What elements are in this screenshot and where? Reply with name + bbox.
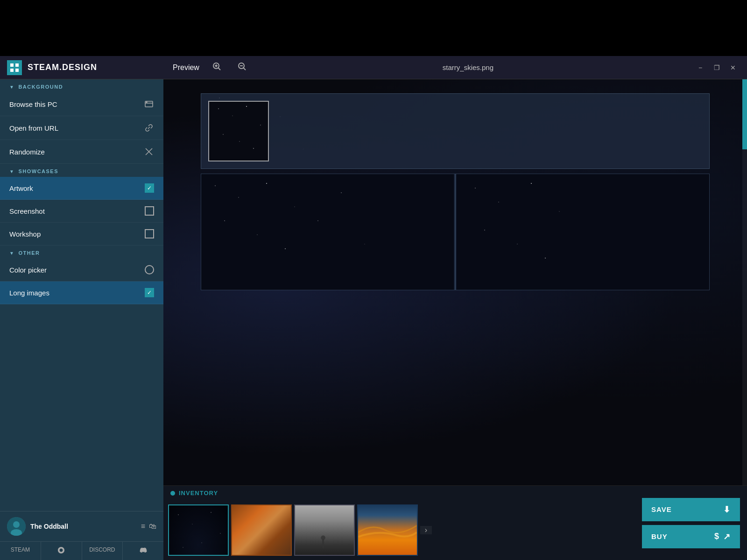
main-content: INVENTORY — [163, 79, 747, 560]
artwork-info — [274, 101, 702, 161]
svg-line-9 — [243, 68, 246, 70]
sidebar-item-color-picker[interactable]: Color picker — [0, 259, 163, 281]
steam-icon-tab[interactable] — [41, 542, 82, 560]
preview-area — [163, 79, 747, 485]
top-black-bar — [0, 0, 747, 56]
svg-point-79 — [559, 211, 559, 211]
artwork-thumb-inner — [209, 102, 268, 161]
download-icon: ⬇ — [723, 504, 731, 515]
footer-tabs: STEAM DISCORD — [0, 541, 163, 560]
color-picker-label: Color picker — [9, 266, 145, 274]
close-button[interactable]: ✕ — [726, 61, 740, 75]
buy-label: BUY — [651, 532, 668, 540]
workshop-checkbox[interactable] — [145, 229, 154, 238]
svg-rect-89 — [322, 539, 324, 548]
share-icon: ↗ — [723, 532, 731, 542]
showcase-container — [201, 93, 710, 290]
screenshot-showcase — [201, 174, 710, 290]
buy-button[interactable]: BUY $ ↗ — [642, 525, 740, 548]
app-title: STEAM.DESIGN — [28, 63, 97, 72]
svg-point-72 — [285, 248, 286, 249]
link-icon — [144, 123, 154, 133]
app-logo — [7, 60, 22, 75]
panel-stars-1 — [201, 174, 454, 290]
discord-icon-tab[interactable] — [123, 542, 163, 560]
title-bar: STEAM.DESIGN Preview starry_skies.pn — [0, 56, 747, 79]
screenshot-checkbox[interactable] — [145, 206, 154, 216]
chevron-down-icon: ▼ — [9, 84, 14, 90]
maximize-button[interactable]: ❐ — [710, 61, 724, 75]
sidebar-item-workshop[interactable]: Workshop — [0, 223, 163, 245]
svg-point-70 — [224, 220, 225, 221]
inventory-dot-icon — [170, 491, 175, 496]
action-buttons: SAVE ⬇ BUY $ ↗ — [635, 486, 747, 560]
inventory-image-2[interactable] — [231, 504, 292, 556]
svg-point-85 — [211, 512, 211, 513]
steam-tab[interactable]: STEAM — [0, 542, 41, 560]
window-controls: − ❐ ✕ — [686, 61, 747, 75]
inventory-images: › — [163, 500, 635, 560]
svg-point-90 — [321, 536, 325, 540]
background-section-header: ▼ BACKGROUND — [0, 79, 163, 92]
sunset-gradient — [358, 505, 417, 555]
svg-line-5 — [218, 68, 220, 70]
svg-point-59 — [218, 108, 219, 109]
inventory-image-1[interactable] — [168, 504, 229, 556]
other-section-header: ▼ OTHER — [0, 245, 163, 259]
sidebar-item-long-images[interactable]: Long images ✓ — [0, 281, 163, 304]
browse-icon — [144, 99, 154, 109]
long-images-checkbox[interactable]: ✓ — [145, 288, 154, 297]
save-button[interactable]: SAVE ⬇ — [642, 498, 740, 521]
svg-point-65 — [253, 148, 254, 149]
svg-point-14 — [13, 521, 20, 528]
svg-rect-3 — [15, 69, 19, 72]
sidebar-item-open-url[interactable]: Open from URL — [0, 116, 163, 140]
svg-point-78 — [531, 183, 532, 184]
scrollbar[interactable] — [742, 79, 747, 485]
user-row[interactable]: The Oddball ≡ 🛍 — [0, 511, 163, 541]
randomize-label: Randomize — [9, 148, 144, 156]
svg-point-73 — [317, 220, 318, 221]
svg-point-60 — [232, 115, 233, 116]
svg-point-69 — [294, 206, 295, 207]
canyon-gradient — [232, 505, 291, 555]
inventory-image-3[interactable] — [294, 504, 355, 556]
inventory-image-4[interactable] — [357, 504, 418, 556]
avatar — [7, 517, 26, 536]
workshop-label: Workshop — [9, 230, 145, 238]
minimize-button[interactable]: − — [693, 61, 707, 75]
mountain-gradient — [295, 505, 354, 555]
svg-point-80 — [484, 230, 485, 231]
chevron-down-icon-3: ▼ — [9, 251, 14, 256]
zoom-out-button[interactable] — [234, 60, 250, 75]
svg-point-66 — [215, 185, 216, 186]
sidebar-item-screenshot[interactable]: Screenshot — [0, 200, 163, 223]
svg-point-75 — [364, 244, 365, 244]
store-icon[interactable]: 🛍 — [149, 522, 156, 531]
showcases-section-header: ▼ SHOWCASES — [0, 164, 163, 177]
svg-point-74 — [341, 192, 341, 193]
svg-point-82 — [545, 258, 546, 259]
zoom-in-button[interactable] — [209, 60, 225, 75]
panel-divider — [455, 174, 456, 290]
content-area: ▼ BACKGROUND Browse this PC Open from UR… — [0, 79, 747, 560]
long-images-label: Long images — [9, 289, 145, 297]
title-bar-center: Preview starry_skies.png — [163, 60, 686, 75]
screenshot-panel-2 — [457, 174, 709, 290]
sidebar-item-artwork[interactable]: Artwork ✓ — [0, 177, 163, 200]
scrollbar-thumb[interactable] — [742, 79, 747, 149]
preview-label: Preview — [173, 63, 199, 72]
discord-tab[interactable]: DISCORD — [82, 542, 123, 560]
svg-point-62 — [260, 125, 261, 125]
artwork-thumbnail — [208, 101, 269, 161]
settings-icon[interactable]: ≡ — [141, 522, 145, 531]
sidebar-item-browse[interactable]: Browse this PC — [0, 92, 163, 116]
inventory-more-button[interactable]: › — [420, 526, 432, 534]
sidebar-item-randomize[interactable]: Randomize — [0, 140, 163, 164]
bottom-panel: INVENTORY — [163, 485, 747, 560]
color-picker-radio[interactable] — [145, 265, 154, 274]
artwork-checkbox[interactable]: ✓ — [145, 183, 154, 193]
user-icons: ≡ 🛍 — [141, 522, 156, 531]
randomize-icon — [144, 147, 154, 157]
other-section-label: OTHER — [18, 250, 40, 256]
